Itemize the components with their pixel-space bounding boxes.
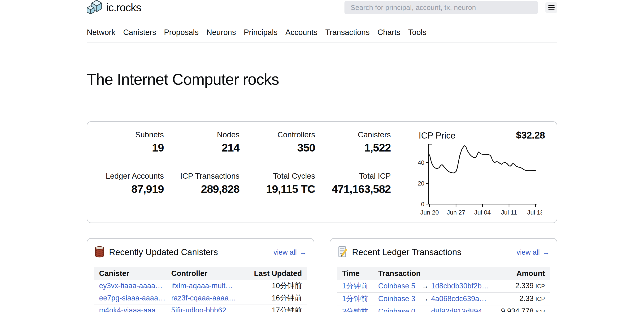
tx-time-link[interactable]: 1分钟前: [342, 295, 368, 303]
transactions-table: Time Transaction Amount 1分钟前 Coinbase 5→…: [337, 267, 550, 312]
nav-item-transactions[interactable]: Transactions: [325, 28, 370, 37]
stat-label: Subnets: [98, 130, 164, 139]
col-header-controller: Controller: [166, 267, 247, 280]
stat-ledger-accounts: Ledger Accounts 87,919: [98, 171, 164, 195]
amount-value: 2.33: [520, 294, 534, 303]
tx-to-link[interactable]: d8f92d913d894…: [431, 307, 490, 312]
icp-price-label: ICP Price: [419, 131, 456, 141]
icp-price-chart-block: ICP Price $32.28 40 20 0: [414, 130, 546, 220]
canister-link[interactable]: m4ok4-yiaaa-aaa…: [99, 306, 163, 312]
tx-to-link[interactable]: 4a068cdc639a…: [431, 295, 486, 303]
canister-link[interactable]: ee7pg-siaaa-aaaa…: [99, 294, 166, 302]
icp-price-chart: 40 20 0 Jun 20 Jun 27 Jul 04 Jul 11 Jul …: [414, 142, 542, 220]
canister-link[interactable]: ey3vx-fiaaa-aaaa…: [99, 282, 163, 290]
right-arrow-icon: →: [542, 248, 550, 256]
panel-head: Recently Updated Canisters view all →: [94, 246, 307, 258]
table-row: ey3vx-fiaaa-aaaa… ifxlm-aqaaa-mult… 10分钟…: [94, 280, 307, 292]
tx-from-link[interactable]: Coinbase 3: [378, 295, 416, 303]
main-nav: Network Canisters Proposals Neurons Prin…: [87, 22, 557, 43]
nav-item-proposals[interactable]: Proposals: [164, 28, 198, 37]
y-tick-label: 20: [418, 180, 424, 187]
tx-amount: 2.33ICP: [492, 293, 550, 305]
canisters-table: Canister Controller Last Updated ey3vx-f…: [94, 267, 307, 312]
stats-grid: Subnets 19 Nodes 214 Controllers 350 Can…: [98, 130, 391, 220]
last-updated: 10分钟前: [247, 280, 307, 292]
stat-value: 87,919: [98, 182, 164, 195]
tx-arrow-icon: →: [416, 282, 431, 290]
table-header-row: Time Transaction Amount: [337, 267, 550, 280]
hamburger-menu-button[interactable]: [546, 2, 557, 13]
hamburger-bar: [548, 5, 555, 6]
page-title: The Internet Computer rocks: [87, 70, 557, 88]
panel-head: Recent Ledger Transactions view all →: [337, 246, 550, 258]
network-stats-panel: Subnets 19 Nodes 214 Controllers 350 Can…: [87, 121, 557, 223]
table-row: ee7pg-siaaa-aaaa… raz3f-cqaaa-aaaa… 16分钟…: [94, 292, 307, 304]
nav-item-canisters[interactable]: Canisters: [123, 28, 156, 37]
x-tick-label: Jun 27: [447, 209, 465, 216]
nav-item-accounts[interactable]: Accounts: [285, 28, 318, 37]
y-tick-label: 40: [418, 159, 424, 166]
stat-value: 19,115 TC: [240, 182, 315, 195]
stat-total-cycles: Total Cycles 19,115 TC: [240, 171, 315, 195]
col-header-transaction: Transaction: [374, 267, 492, 280]
table-header-row: Canister Controller Last Updated: [94, 267, 307, 280]
amount-unit: ICP: [536, 309, 545, 312]
hamburger-bar: [548, 9, 555, 10]
tx-arrow-icon: →: [416, 307, 431, 312]
nav-item-charts[interactable]: Charts: [377, 28, 400, 37]
icp-price-value: $32.28: [516, 130, 545, 141]
hamburger-bar: [548, 7, 555, 8]
bottom-panels: Recently Updated Canisters view all → Ca…: [87, 238, 557, 312]
icp-price-line: [430, 146, 536, 173]
y-tick-label: 0: [421, 201, 424, 207]
tx-arrow-icon: →: [416, 295, 431, 303]
controller-link[interactable]: ifxlm-aqaaa-mult…: [171, 282, 233, 290]
stat-total-icp: Total ICP 471,163,582: [315, 171, 391, 195]
stat-value: 214: [164, 141, 240, 154]
controller-link[interactable]: raz3f-cqaaa-aaaa…: [171, 294, 236, 302]
table-row: m4ok4-yiaaa-aaa… 5jfir-udloo-bhh62… 17分钟…: [94, 304, 307, 312]
transactions-view-all-link[interactable]: view all →: [516, 248, 550, 256]
col-header-canister: Canister: [94, 267, 166, 280]
home-link[interactable]: ic.rocks: [87, 0, 141, 15]
canisters-view-all-link[interactable]: view all →: [274, 248, 307, 256]
tx-time-link[interactable]: 3分钟前: [342, 307, 368, 312]
stat-canisters: Canisters 1,522: [315, 130, 391, 154]
col-header-time: Time: [337, 267, 374, 280]
col-header-amount: Amount: [492, 267, 550, 280]
amount-unit: ICP: [536, 283, 545, 289]
tx-to-link[interactable]: 1d8cbdb30bf2b…: [431, 282, 489, 290]
stat-label: Controllers: [240, 130, 315, 139]
right-arrow-icon: →: [300, 248, 307, 256]
tx-from-link[interactable]: Coinbase 0: [378, 307, 416, 312]
stat-value: 19: [98, 141, 164, 154]
controller-link[interactable]: 5jfir-udloo-bhh62…: [171, 306, 234, 312]
oil-drum-icon: [94, 246, 105, 258]
search-input[interactable]: [344, 1, 538, 14]
stat-label: Total ICP: [315, 171, 391, 180]
transactions-panel-title: Recent Ledger Transactions: [352, 247, 462, 257]
x-tick-label: Jul 18: [527, 209, 542, 216]
stat-label: Canisters: [315, 130, 391, 139]
header: ic.rocks: [87, 0, 557, 15]
stat-value: 289,828: [164, 182, 240, 195]
last-updated: 16分钟前: [247, 292, 307, 304]
stat-value: 1,522: [315, 141, 391, 154]
recently-updated-canisters-panel: Recently Updated Canisters view all → Ca…: [87, 238, 314, 312]
stat-label: Nodes: [164, 130, 240, 139]
tx-from-link[interactable]: Coinbase 5: [378, 282, 416, 290]
tx-time-link[interactable]: 1分钟前: [342, 282, 368, 290]
stat-icp-transactions: ICP Transactions 289,828: [164, 171, 240, 195]
nav-item-network[interactable]: Network: [87, 28, 115, 37]
x-tick-label: Jul 04: [474, 209, 490, 216]
stat-label: ICP Transactions: [164, 171, 240, 180]
x-tick-label: Jul 11: [501, 209, 517, 216]
nav-item-principals[interactable]: Principals: [244, 28, 278, 37]
nav-item-neurons[interactable]: Neurons: [206, 28, 236, 37]
table-row: 1分钟前 Coinbase 3→4a068cdc639a… 2.33ICP: [337, 293, 550, 305]
recent-ledger-transactions-panel: Recent Ledger Transactions view all → Ti…: [330, 238, 557, 312]
stat-nodes: Nodes 214: [164, 130, 240, 154]
view-all-label: view all: [516, 248, 540, 256]
tx-amount: 9,934.778ICP: [492, 305, 550, 312]
nav-item-tools[interactable]: Tools: [408, 28, 426, 37]
